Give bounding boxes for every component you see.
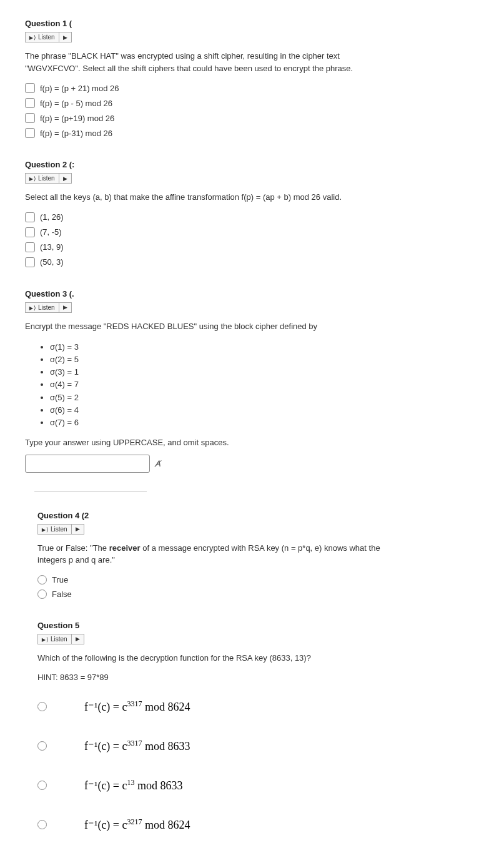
choice-label: (50, 3) (40, 257, 64, 267)
radio[interactable] (37, 781, 47, 790)
choice-label: (1, 26) (40, 212, 64, 222)
question-5: Question 5 Listen ▶ Which of the followi… (37, 621, 459, 832)
sound-icon (29, 34, 36, 41)
choice-label: True (52, 575, 68, 584)
listen-button[interactable]: Listen (37, 524, 72, 535)
sigma-item: σ(7) = 6 (50, 417, 459, 429)
question-body: The phrase "BLACK HAT" was encrypted usi… (25, 50, 375, 74)
choice-row: f⁻¹(c) = c3217 mod 8624 (37, 817, 459, 832)
sound-icon (29, 304, 36, 311)
sigma-item: σ(4) = 7 (50, 378, 459, 391)
listen-button[interactable]: Listen (37, 634, 72, 644)
formula: f⁻¹(c) = c3217 mod 8624 (84, 817, 190, 832)
sigma-list: σ(1) = 3 σ(2) = 5 σ(3) = 1 σ(4) = 7 σ(5)… (44, 341, 459, 429)
answer-input[interactable] (25, 455, 150, 473)
formula: f⁻¹(c) = c3317 mod 8624 (84, 699, 190, 714)
choice-label: f(p) = (p-31) mod 26 (40, 129, 112, 138)
checkbox[interactable] (25, 98, 35, 108)
listen-controls: Listen ▶ (25, 302, 72, 313)
choice-row: (7, -5) (25, 227, 459, 237)
instruction: Type your answer using UPPERCASE, and om… (25, 438, 459, 447)
choice-label: (13, 9) (40, 242, 64, 252)
question-body: Which of the following is the decryption… (37, 652, 387, 664)
checkbox[interactable] (25, 242, 35, 252)
question-3: Question 3 (. Listen ▶ Encrypt the messa… (25, 289, 459, 832)
choice-row: f⁻¹(c) = c3317 mod 8633 (37, 739, 459, 753)
question-2: Question 2 (: Listen ▶ Select all the ke… (25, 160, 459, 267)
radio[interactable] (37, 575, 47, 584)
listen-button[interactable]: Listen (25, 302, 59, 313)
choice-row: (50, 3) (25, 257, 459, 267)
question-title: Question 3 (. (25, 289, 459, 298)
checkbox[interactable] (25, 128, 35, 138)
play-button[interactable]: ▶ (72, 524, 84, 535)
choice-list: f(p) = (p + 21) mod 26 f(p) = (p - 5) mo… (25, 83, 459, 138)
play-button[interactable]: ▶ (59, 32, 72, 42)
question-title: Question 1 ( (25, 19, 459, 28)
listen-controls: Listen ▶ (25, 32, 72, 42)
hint: HINT: 8633 = 97*89 (37, 673, 459, 682)
checkbox[interactable] (25, 227, 35, 237)
listen-controls: Listen ▶ (37, 524, 84, 535)
choice-row: f(p) = (p - 5) mod 26 (25, 98, 459, 108)
sound-icon (29, 175, 36, 182)
question-body: Select all the keys (a, b) that make the… (25, 191, 375, 204)
radio[interactable] (37, 741, 47, 751)
listen-controls: Listen ▶ (37, 634, 84, 644)
choice-list: (1, 26) (7, -5) (13, 9) (50, 3) (25, 212, 459, 267)
spellcheck-icon[interactable]: A̸ (155, 459, 161, 468)
question-4: Question 4 (2 Listen ▶ True or False: "T… (37, 511, 459, 599)
checkbox[interactable] (25, 257, 35, 267)
choice-row: (13, 9) (25, 242, 459, 252)
divider (34, 491, 147, 492)
sigma-item: σ(5) = 2 (50, 392, 459, 404)
play-button[interactable]: ▶ (72, 634, 84, 644)
play-button[interactable]: ▶ (59, 302, 72, 313)
sigma-item: σ(1) = 3 (50, 341, 459, 353)
choice-row: f⁻¹(c) = c13 mod 8633 (37, 778, 459, 792)
choice-label: f(p) = (p + 21) mod 26 (40, 84, 119, 93)
choice-label: (7, -5) (40, 227, 62, 237)
radio[interactable] (37, 702, 47, 711)
choice-row: f(p) = (p + 21) mod 26 (25, 83, 459, 93)
radio[interactable] (37, 589, 47, 599)
sigma-item: σ(3) = 1 (50, 366, 459, 378)
radio[interactable] (37, 820, 47, 829)
question-title: Question 4 (2 (37, 511, 459, 520)
formula: f⁻¹(c) = c13 mod 8633 (84, 778, 183, 792)
question-1: Question 1 ( Listen ▶ The phrase "BLACK … (25, 19, 459, 138)
question-body: True or False: "The receiver of a messag… (37, 542, 387, 566)
listen-button[interactable]: Listen (25, 32, 59, 42)
listen-button[interactable]: Listen (25, 173, 59, 184)
choice-row: f⁻¹(c) = c3317 mod 8624 (37, 699, 459, 714)
formula: f⁻¹(c) = c3317 mod 8633 (84, 739, 190, 753)
sound-icon (42, 526, 49, 533)
answer-input-wrap: A̸ (25, 455, 459, 473)
choice-list: True False (37, 575, 459, 599)
question-body: Encrypt the message "REDS HACKED BLUES" … (25, 320, 375, 333)
sigma-item: σ(6) = 4 (50, 404, 459, 417)
choice-label: f(p) = (p+19) mod 26 (40, 114, 114, 123)
listen-controls: Listen ▶ (25, 173, 72, 184)
sound-icon (42, 636, 49, 643)
sigma-item: σ(2) = 5 (50, 353, 459, 366)
choice-label: f(p) = (p - 5) mod 26 (40, 99, 112, 108)
question-title: Question 2 (: (25, 160, 459, 169)
choice-row: False (37, 589, 459, 599)
play-button[interactable]: ▶ (59, 173, 72, 184)
choice-row: f(p) = (p-31) mod 26 (25, 128, 459, 138)
checkbox[interactable] (25, 83, 35, 93)
checkbox[interactable] (25, 113, 35, 123)
checkbox[interactable] (25, 212, 35, 222)
choice-row: f(p) = (p+19) mod 26 (25, 113, 459, 123)
question-title: Question 5 (37, 621, 459, 630)
choice-row: (1, 26) (25, 212, 459, 222)
choice-label: False (52, 589, 72, 599)
choice-row: True (37, 575, 459, 584)
